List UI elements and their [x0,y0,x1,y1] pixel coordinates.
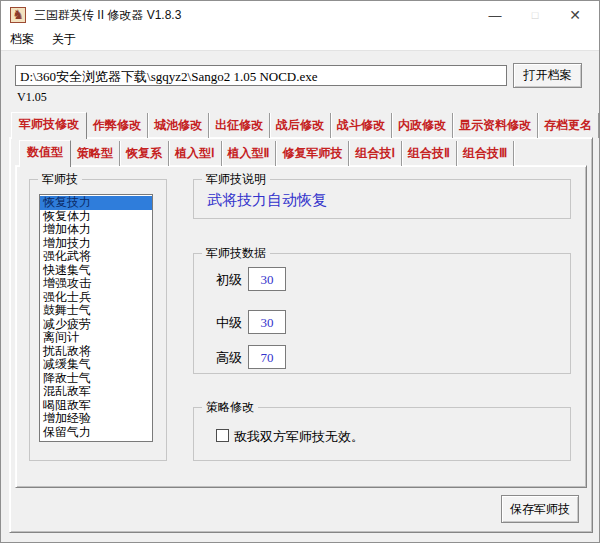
tab-neizheng-xiugai[interactable]: 内政修改 [392,113,453,138]
disable-skills-checkbox[interactable] [216,429,229,442]
tab-xianshi-ziliao-xiugai[interactable]: 显示资料修改 [453,113,538,138]
game-path-input[interactable]: D:\360安全浏览器下载\sgqyz2\Sango2 1.05 NOCD.ex… [15,65,507,86]
list-item[interactable]: 恢复技力 [40,196,152,210]
level-mid-input[interactable]: 30 [248,310,286,334]
skills-listbox[interactable]: 恢复技力 恢复体力 增加体力 增加技力 强化武将 快速集气 增强攻击 强化士兵 … [39,194,153,442]
subtab-zuheji-1[interactable]: 组合技Ⅰ [349,141,402,166]
tab-cundang-gengming[interactable]: 存档更名 [538,113,599,138]
level-high-input[interactable]: 70 [248,345,286,369]
app-icon: ♞ [10,7,26,23]
save-skills-button[interactable]: 保存军师技 [501,495,579,523]
title-bar: ♞ 三国群英传 II 修改器 V1.8.3 — □ ✕ [1,1,599,29]
list-item[interactable]: 增强攻击 [40,277,152,291]
tab-zuobi-xiugai[interactable]: 作弊修改 [87,113,148,138]
level-high-label: 高级 [216,349,242,367]
subtab-xiufu-junshiji[interactable]: 修复军师技 [276,141,349,166]
disable-skills-checkbox-label: 敌我双方军师技无效。 [234,428,364,446]
list-item[interactable]: 喝阻敌军 [40,399,152,413]
list-item[interactable]: 恢复体力 [40,210,152,224]
window-title: 三国群英传 II 修改器 V1.8.3 [34,7,181,24]
subtab-celuexing[interactable]: 策略型 [71,141,120,166]
window-controls: — □ ✕ [475,1,595,29]
subtab-zuheji-2[interactable]: 组合技Ⅱ [402,141,457,166]
skill-data-group-label: 军师技数据 [202,246,270,260]
skill-description-text: 武将技力自动恢复 [207,191,327,210]
level-basic-input[interactable]: 30 [248,267,286,291]
level-mid-label: 中级 [216,314,242,332]
tab-chengchi-xiugai[interactable]: 城池修改 [148,113,209,138]
tab-chuzheng-xiugai[interactable]: 出征修改 [209,113,270,138]
list-item[interactable]: 减缓集气 [40,358,152,372]
list-item[interactable]: 扰乱敌将 [40,345,152,359]
list-item[interactable]: 减少疲劳 [40,318,152,332]
description-group-label: 军师技说明 [202,172,270,186]
subtab-zhiruxing-1[interactable]: 植入型Ⅰ [169,141,222,166]
sub-tabstrip: 数值型 策略型 恢复系 植入型Ⅰ 植入型Ⅱ 修复军师技 组合技Ⅰ 组合技Ⅱ 组合… [19,141,514,166]
list-item[interactable]: 增加技力 [40,237,152,251]
list-item[interactable]: 保留气力 [40,426,152,440]
subtab-huifuxi[interactable]: 恢复系 [120,141,169,166]
list-item[interactable]: 增加经验 [40,412,152,426]
tab-zhandou-xiugai[interactable]: 战斗修改 [331,113,392,138]
close-icon[interactable]: ✕ [555,1,595,29]
game-version-label: V1.05 [17,90,47,105]
minimize-icon[interactable]: — [475,1,515,29]
menu-bar: 档案 关于 [1,29,599,51]
subtab-shuzhixing[interactable]: 数值型 [19,140,71,167]
tab-junshiji-xiugai[interactable]: 军师技修改 [11,112,87,139]
strategy-group-label: 策略修改 [202,400,258,414]
main-tabstrip: 军师技修改 作弊修改 城池修改 出征修改 战后修改 战斗修改 内政修改 显示资料… [11,113,599,138]
app-window: ♞ 三国群英传 II 修改器 V1.8.3 — □ ✕ 档案 关于 D:\360… [0,0,600,543]
subtab-zuheji-3[interactable]: 组合技Ⅲ [457,141,514,166]
list-item[interactable]: 强化武将 [40,250,152,264]
maximize-icon: □ [515,1,555,29]
tab-zhanhou-xiugai[interactable]: 战后修改 [270,113,331,138]
list-item[interactable]: 混乱敌军 [40,385,152,399]
list-item[interactable]: 快速集气 [40,264,152,278]
list-item[interactable]: 降敌士气 [40,372,152,386]
subtab-zhiruxing-2[interactable]: 植入型Ⅱ [222,141,277,166]
list-item[interactable]: 离间计 [40,331,152,345]
menu-item-file[interactable]: 档案 [1,31,43,48]
list-item[interactable]: 增加体力 [40,223,152,237]
menu-item-about[interactable]: 关于 [43,31,85,48]
level-basic-label: 初级 [216,271,242,289]
skills-group-label: 军师技 [38,172,82,186]
open-file-button[interactable]: 打开档案 [513,63,582,88]
list-item[interactable]: 强化士兵 [40,291,152,305]
list-item[interactable]: 鼓舞士气 [40,304,152,318]
